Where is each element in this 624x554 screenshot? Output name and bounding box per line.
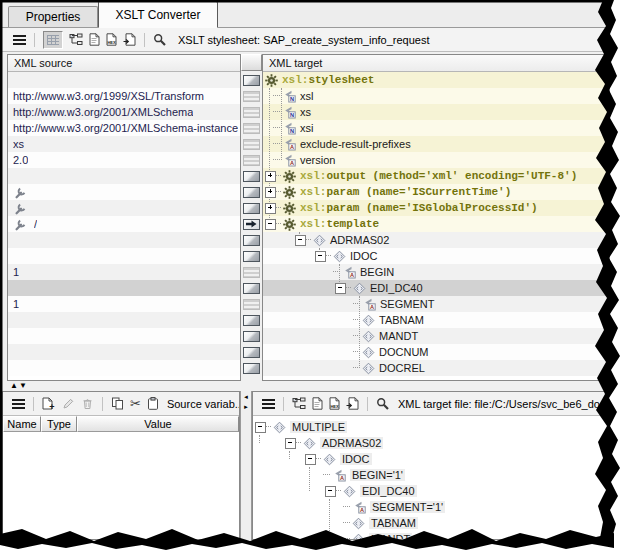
horizontal-splitter[interactable]: ▲▼: [2, 381, 610, 391]
map-button[interactable]: [243, 283, 260, 294]
source-row[interactable]: http://www.w3.org/2001/XMLSchema-instanc…: [8, 120, 240, 136]
map-arrow-button[interactable]: [243, 219, 260, 230]
menu-icon[interactable]: [13, 35, 26, 45]
expander-icon[interactable]: [335, 283, 346, 294]
target-tree-node[interactable]: ABEGIN: [263, 264, 609, 280]
tab-properties[interactable]: Properties: [8, 6, 98, 27]
source-row[interactable]: [8, 344, 240, 360]
target-tree-node[interactable]: Nxs: [263, 104, 609, 120]
tree-icon[interactable]: [292, 397, 306, 410]
expander-icon[interactable]: [265, 203, 276, 214]
expander-icon[interactable]: [265, 171, 276, 182]
output-tree-node[interactable]: ADRMAS02: [253, 435, 607, 451]
source-row[interactable]: xs: [8, 136, 240, 152]
output-tree-node[interactable]: EDI_DC40: [253, 483, 607, 499]
search-icon[interactable]: [153, 33, 167, 47]
target-tree-node[interactable]: Nxsl: [263, 88, 609, 104]
output-tree-node[interactable]: MULTIPLE: [253, 419, 607, 435]
delete-icon[interactable]: [81, 397, 94, 410]
source-row[interactable]: [8, 184, 240, 200]
paste-icon[interactable]: [147, 397, 159, 410]
map-button[interactable]: [243, 203, 260, 214]
copy-icon[interactable]: [111, 397, 124, 410]
source-row[interactable]: 1: [8, 296, 240, 312]
column-header-value[interactable]: Value: [77, 416, 239, 432]
source-row-selected[interactable]: [8, 280, 240, 296]
map-button[interactable]: [243, 107, 260, 118]
source-row[interactable]: 2.0: [8, 152, 240, 168]
target-tree-node[interactable]: TABNAM: [263, 312, 609, 328]
tab-xslt-converter[interactable]: XSLT Converter: [98, 1, 218, 28]
source-row[interactable]: 1: [8, 264, 240, 280]
edit-icon[interactable]: [62, 397, 75, 410]
target-tree-node[interactable]: xsl:template: [263, 216, 609, 232]
target-tree-node[interactable]: xsl:param (name='ISCurrentTime'): [263, 184, 609, 200]
expander-icon[interactable]: [325, 486, 336, 497]
source-row[interactable]: /: [8, 216, 240, 232]
source-row[interactable]: [8, 312, 240, 328]
target-tree-node[interactable]: Aexclude-result-prefixes: [263, 136, 609, 152]
expander-icon[interactable]: [255, 422, 266, 433]
target-tree-node[interactable]: DOCNUM: [263, 344, 609, 360]
source-row[interactable]: [8, 72, 240, 88]
source-row[interactable]: [8, 200, 240, 216]
menu-icon[interactable]: [12, 399, 25, 409]
export-document-icon[interactable]: [346, 397, 359, 410]
output-tree-node[interactable]: IDOC: [253, 451, 607, 467]
column-header-type[interactable]: Type: [41, 416, 77, 432]
map-button[interactable]: [243, 123, 260, 134]
map-button[interactable]: [243, 171, 260, 182]
target-tree-node[interactable]: IDOC: [263, 248, 609, 264]
splitter-collapse-right-icon[interactable]: ►: [241, 404, 251, 411]
grid-icon[interactable]: [43, 31, 63, 49]
map-button[interactable]: [243, 267, 260, 278]
map-button[interactable]: [243, 235, 260, 246]
map-button[interactable]: [243, 347, 260, 358]
expander-icon[interactable]: [265, 187, 276, 198]
target-tree-node[interactable]: xsl:param (name='ISGlobalProcessId'): [263, 200, 609, 216]
map-button[interactable]: [243, 75, 260, 86]
search-icon[interactable]: [376, 397, 390, 411]
target-tree-node[interactable]: Nxsi: [263, 120, 609, 136]
target-tree-node[interactable]: ASEGMENT: [263, 296, 609, 312]
output-tree-node[interactable]: TABNAM: [253, 515, 607, 531]
target-tree-node[interactable]: xsl:output (method='xml' encoding='UTF-8…: [263, 168, 609, 184]
map-button[interactable]: [243, 331, 260, 342]
target-tree-node[interactable]: Aversion: [263, 152, 609, 168]
source-row[interactable]: [8, 360, 240, 376]
output-tree-node[interactable]: ASEGMENT='1': [253, 499, 607, 515]
source-row[interactable]: [8, 328, 240, 344]
map-button[interactable]: [243, 91, 260, 102]
output-tree-node[interactable]: ABEGIN='1': [253, 467, 607, 483]
source-row[interactable]: http://www.w3.org/1999/XSL/Transform: [8, 88, 240, 104]
source-row[interactable]: [8, 168, 240, 184]
new-document-icon[interactable]: +: [42, 397, 56, 411]
splitter-collapse-left-icon[interactable]: ◄: [241, 394, 251, 401]
map-button[interactable]: [243, 363, 260, 374]
expander-icon[interactable]: [265, 219, 276, 230]
map-button[interactable]: [243, 155, 260, 166]
target-tree-node[interactable]: DOCREL: [263, 360, 609, 376]
target-tree-node[interactable]: MANDT: [263, 328, 609, 344]
menu-icon[interactable]: [262, 399, 275, 409]
map-button[interactable]: [243, 315, 260, 326]
target-tree-node[interactable]: ADRMAS02: [263, 232, 609, 248]
map-button[interactable]: [243, 299, 260, 310]
target-tree-node[interactable]: xsl:stylesheet: [263, 72, 609, 88]
splitter-collapse-icons[interactable]: ▲▼: [10, 382, 28, 390]
source-row[interactable]: [8, 248, 240, 264]
expander-icon[interactable]: [315, 251, 326, 262]
export-document-icon[interactable]: [123, 33, 136, 46]
tree-icon[interactable]: [69, 33, 83, 46]
map-button[interactable]: [243, 139, 260, 150]
expander-icon[interactable]: [295, 235, 306, 246]
expander-icon[interactable]: [305, 454, 316, 465]
cut-icon[interactable]: ✂: [130, 397, 141, 410]
map-button[interactable]: [243, 187, 260, 198]
map-button[interactable]: [243, 251, 260, 262]
hex-document-icon[interactable]: HEX: [329, 397, 340, 410]
output-tree-node[interactable]: MANDT: [253, 531, 607, 540]
document-icon[interactable]: [89, 33, 100, 46]
column-header-name[interactable]: Name: [3, 416, 41, 432]
source-row[interactable]: http://www.w3.org/2001/XMLSchema: [8, 104, 240, 120]
